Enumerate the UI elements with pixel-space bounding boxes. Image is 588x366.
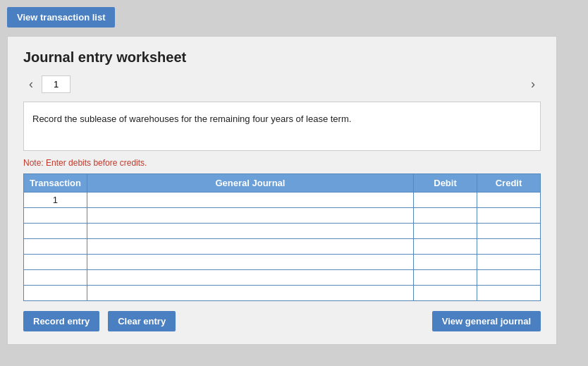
debit-cell[interactable] (414, 224, 477, 239)
table-row: 1 (24, 193, 541, 208)
clear-entry-button[interactable]: Clear entry (108, 311, 176, 331)
nav-row: ‹ 1 › (23, 75, 541, 93)
credit-cell[interactable] (477, 270, 541, 286)
transaction-cell (24, 208, 87, 224)
view-transaction-list-button[interactable]: View transaction list (7, 7, 115, 28)
debit-input[interactable] (414, 286, 477, 300)
table-row (24, 239, 541, 255)
debit-input[interactable] (414, 270, 477, 285)
col-header-debit: Debit (414, 174, 477, 193)
general-journal-input[interactable] (87, 286, 413, 300)
table-row (24, 255, 541, 270)
debit-input[interactable] (414, 255, 477, 269)
transaction-cell (24, 224, 87, 239)
col-header-transaction: Transaction (24, 174, 87, 193)
table-row (24, 224, 541, 239)
table-row (24, 286, 541, 301)
general-journal-cell[interactable] (87, 270, 413, 286)
worksheet-container: Journal entry worksheet ‹ 1 › Record the… (7, 36, 557, 345)
debit-cell[interactable] (414, 193, 477, 208)
general-journal-cell[interactable] (87, 239, 413, 255)
transaction-cell (24, 270, 87, 286)
table-row (24, 208, 541, 224)
debit-cell[interactable] (414, 270, 477, 286)
credit-cell[interactable] (477, 193, 541, 208)
credit-input[interactable] (477, 286, 540, 300)
general-journal-input[interactable] (87, 208, 413, 223)
credit-cell[interactable] (477, 208, 541, 224)
button-row: Record entry Clear entry View general jo… (23, 311, 541, 331)
journal-table: Transaction General Journal Debit Credit… (23, 173, 541, 301)
debit-cell[interactable] (414, 208, 477, 224)
description-box: Record the sublease of warehouses for th… (23, 102, 541, 151)
credit-input[interactable] (477, 193, 540, 207)
top-bar: View transaction list (7, 7, 115, 28)
next-arrow-button[interactable]: › (525, 75, 541, 93)
credit-input[interactable] (477, 270, 540, 285)
tab-current: 1 (42, 75, 71, 93)
general-journal-cell[interactable] (87, 224, 413, 239)
credit-cell[interactable] (477, 286, 541, 301)
credit-input[interactable] (477, 208, 540, 223)
record-entry-button[interactable]: Record entry (23, 311, 99, 331)
debit-input[interactable] (414, 193, 477, 207)
col-header-general-journal: General Journal (87, 174, 413, 193)
general-journal-cell[interactable] (87, 255, 413, 270)
general-journal-cell[interactable] (87, 208, 413, 224)
general-journal-input[interactable] (87, 193, 413, 207)
view-general-journal-button[interactable]: View general journal (432, 311, 541, 331)
table-row (24, 270, 541, 286)
debit-cell[interactable] (414, 239, 477, 255)
credit-input[interactable] (477, 255, 540, 269)
debit-input[interactable] (414, 224, 477, 238)
general-journal-input[interactable] (87, 270, 413, 285)
description-text: Record the sublease of warehouses for th… (32, 114, 351, 124)
debit-cell[interactable] (414, 255, 477, 270)
transaction-cell (24, 255, 87, 270)
transaction-cell (24, 286, 87, 301)
general-journal-input[interactable] (87, 255, 413, 269)
transaction-cell: 1 (24, 193, 87, 208)
transaction-cell (24, 239, 87, 255)
general-journal-cell[interactable] (87, 193, 413, 208)
debit-input[interactable] (414, 208, 477, 223)
credit-input[interactable] (477, 224, 540, 238)
credit-cell[interactable] (477, 224, 541, 239)
col-header-credit: Credit (477, 174, 541, 193)
prev-arrow-button[interactable]: ‹ (23, 75, 39, 93)
credit-cell[interactable] (477, 239, 541, 255)
debit-input[interactable] (414, 239, 477, 254)
credit-cell[interactable] (477, 255, 541, 270)
credit-input[interactable] (477, 239, 540, 254)
general-journal-cell[interactable] (87, 286, 413, 301)
note-text: Note: Enter debits before credits. (23, 158, 541, 168)
general-journal-input[interactable] (87, 239, 413, 254)
worksheet-title: Journal entry worksheet (23, 49, 541, 66)
general-journal-input[interactable] (87, 224, 413, 238)
debit-cell[interactable] (414, 286, 477, 301)
